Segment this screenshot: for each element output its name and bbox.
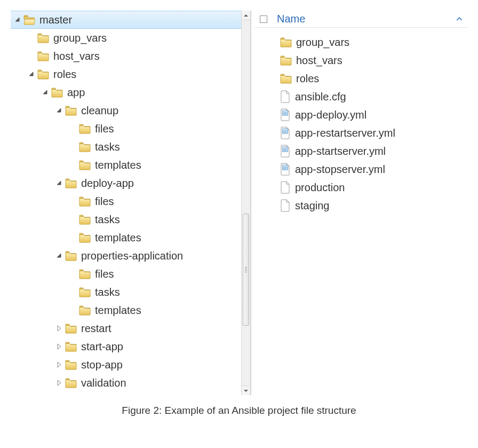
tree-item[interactable]: master bbox=[11, 11, 251, 29]
list-item[interactable]: app-stopserver.yml bbox=[280, 160, 467, 178]
scroll-down-button[interactable] bbox=[242, 386, 250, 395]
tree-item-label: files bbox=[95, 268, 114, 280]
tree-item[interactable]: cleanup bbox=[11, 101, 251, 120]
tree-item[interactable]: tasks bbox=[11, 210, 251, 229]
column-header-name[interactable]: Name bbox=[277, 13, 451, 25]
tree-item-label: master bbox=[39, 14, 72, 26]
tree-item-label: templates bbox=[95, 304, 141, 317]
list-item[interactable]: roles bbox=[280, 69, 467, 88]
scrollbar[interactable] bbox=[241, 11, 251, 395]
list-item-label: staging bbox=[295, 200, 330, 212]
select-all-checkbox[interactable] bbox=[260, 15, 267, 23]
tree-item-label: host_vars bbox=[53, 50, 100, 62]
list-item[interactable]: ansible.cfg bbox=[280, 88, 467, 106]
folder-icon bbox=[79, 287, 91, 297]
document-icon bbox=[280, 108, 291, 121]
scroll-up-button[interactable] bbox=[242, 11, 250, 20]
collapse-icon[interactable] bbox=[55, 252, 63, 260]
file-list[interactable]: group_varshost_varsrolesansible.cfgapp-d… bbox=[254, 28, 467, 215]
tree-item-label: tasks bbox=[95, 214, 120, 226]
list-item[interactable]: group_vars bbox=[280, 33, 467, 51]
tree-item[interactable]: tasks bbox=[11, 283, 251, 301]
folder-icon bbox=[79, 142, 91, 152]
tree-item[interactable]: app bbox=[11, 83, 251, 101]
tree-item[interactable]: start-app bbox=[11, 337, 251, 356]
tree-item[interactable]: files bbox=[11, 265, 251, 283]
list-item[interactable]: app-deploy.yml bbox=[280, 106, 467, 124]
folder-icon bbox=[65, 250, 77, 261]
tree-item[interactable]: group_vars bbox=[11, 29, 251, 47]
tree-item[interactable]: tasks bbox=[11, 138, 251, 156]
tree-item[interactable]: host_vars bbox=[11, 47, 251, 65]
expand-icon[interactable] bbox=[55, 379, 63, 387]
tree-item[interactable]: roles bbox=[11, 65, 251, 83]
collapse-icon[interactable] bbox=[55, 107, 63, 114]
folder-icon bbox=[79, 196, 91, 207]
collapse-icon[interactable] bbox=[14, 16, 21, 23]
file-explorer: mastergroup_varshost_varsrolesappcleanup… bbox=[11, 11, 467, 395]
tree-item[interactable]: deploy-app bbox=[11, 174, 251, 192]
collapse-icon[interactable] bbox=[42, 89, 49, 96]
folder-icon bbox=[79, 232, 91, 243]
expand-icon[interactable] bbox=[55, 325, 63, 332]
folder-icon bbox=[79, 160, 91, 170]
folder-icon bbox=[37, 69, 49, 80]
tree-item-label: tasks bbox=[95, 141, 120, 153]
tree-item[interactable]: templates bbox=[11, 229, 251, 247]
scroll-thumb[interactable] bbox=[243, 214, 249, 326]
tree-item-label: tasks bbox=[95, 286, 120, 298]
tree-item[interactable]: files bbox=[11, 192, 251, 210]
folder-icon bbox=[51, 87, 63, 98]
tree-item-label: templates bbox=[95, 159, 141, 171]
folder-icon bbox=[37, 33, 49, 43]
list-item[interactable]: staging bbox=[280, 197, 467, 215]
tree-panel: mastergroup_varshost_varsrolesappcleanup… bbox=[11, 11, 251, 395]
tree-item[interactable]: validation bbox=[11, 374, 251, 392]
tree-item[interactable]: templates bbox=[11, 156, 251, 174]
tree-item[interactable]: files bbox=[11, 120, 251, 138]
list-item-label: host_vars bbox=[296, 54, 342, 67]
list-item-label: app-deploy.yml bbox=[295, 109, 367, 121]
tree-item[interactable]: properties-application bbox=[11, 247, 251, 265]
sort-indicator-icon bbox=[451, 17, 467, 21]
document-icon bbox=[280, 163, 291, 176]
figure-caption: Figure 2: Example of an Ansible project … bbox=[11, 395, 467, 420]
expand-icon[interactable] bbox=[55, 361, 63, 368]
folder-icon bbox=[79, 123, 91, 134]
tree-item-label: templates bbox=[95, 232, 141, 244]
tree-item[interactable]: templates bbox=[11, 301, 251, 319]
list-item-label: group_vars bbox=[296, 36, 349, 49]
expand-icon[interactable] bbox=[55, 343, 63, 350]
tree-item[interactable]: stop-app bbox=[11, 356, 251, 374]
document-icon bbox=[280, 127, 291, 139]
folder-icon bbox=[280, 37, 292, 48]
tree-item[interactable]: restart bbox=[11, 319, 251, 337]
tree-item-label: restart bbox=[81, 323, 111, 335]
list-item-label: app-startserver.yml bbox=[295, 145, 386, 158]
folder-icon bbox=[65, 323, 77, 334]
list-item-label: app-restartserver.yml bbox=[295, 127, 395, 139]
collapse-icon[interactable] bbox=[55, 179, 63, 187]
tree-item-label: group_vars bbox=[53, 32, 107, 44]
tree-item-label: properties-application bbox=[81, 250, 183, 262]
tree-item-label: validation bbox=[81, 377, 126, 389]
list-item-label: production bbox=[295, 182, 345, 194]
collapse-icon[interactable] bbox=[28, 70, 35, 78]
list-item[interactable]: app-restartserver.yml bbox=[280, 124, 467, 142]
folder-icon bbox=[65, 341, 77, 352]
folder-icon bbox=[79, 269, 91, 279]
list-item[interactable]: host_vars bbox=[280, 51, 467, 69]
tree-item-label: start-app bbox=[81, 341, 123, 353]
detail-panel: Name group_varshost_varsrolesansible.cfg… bbox=[251, 11, 467, 395]
folder-tree[interactable]: mastergroup_varshost_varsrolesappcleanup… bbox=[11, 11, 251, 395]
folder-icon bbox=[280, 55, 292, 66]
list-item-label: app-stopserver.yml bbox=[295, 163, 385, 176]
list-item[interactable]: app-startserver.yml bbox=[280, 142, 467, 160]
list-item-label: roles bbox=[296, 73, 319, 85]
tree-item-label: roles bbox=[53, 68, 76, 81]
folder-icon bbox=[65, 378, 77, 388]
list-item[interactable]: production bbox=[280, 178, 467, 197]
folder-icon bbox=[65, 105, 77, 116]
document-icon bbox=[280, 145, 291, 158]
detail-header[interactable]: Name bbox=[254, 11, 467, 28]
